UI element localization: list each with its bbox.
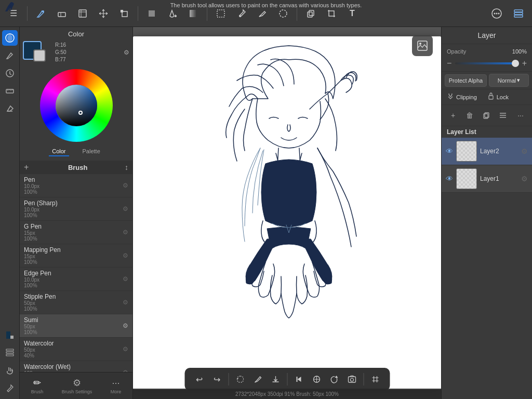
- brush-sort-icon[interactable]: ↕: [125, 163, 128, 171]
- move-tool-icon[interactable]: [94, 4, 113, 23]
- color-tab-color[interactable]: Color: [49, 147, 69, 156]
- layer-item-layer1[interactable]: 👁 Layer1 ⚙: [442, 165, 532, 193]
- brush-settings-tab[interactable]: ⚙ Brush Settings: [58, 375, 97, 396]
- sidebar-layers-icon[interactable]: [2, 345, 18, 361]
- brush-item-watercolor[interactable]: Watercolor 50px40% ⚙: [20, 338, 132, 361]
- pen-canvas-button[interactable]: [249, 371, 266, 388]
- brush-pen-sharp-settings[interactable]: ⚙: [123, 205, 128, 212]
- duplicate-layer-button[interactable]: [479, 108, 494, 123]
- brush-item-pen-sharp[interactable]: Pen (Sharp) 10.0px100% ⚙: [20, 197, 132, 221]
- color-settings-icon[interactable]: ⚙: [124, 49, 129, 56]
- drawing-canvas[interactable]: .sketch { stroke: #1a2a4a; fill: none; s…: [133, 36, 441, 390]
- share-icon[interactable]: [487, 4, 506, 23]
- svg-rect-36: [489, 96, 493, 99]
- undo-button[interactable]: ↩: [191, 371, 207, 388]
- layer1-settings-icon[interactable]: ⚙: [521, 175, 528, 183]
- protect-alpha-button[interactable]: Protect Alpha: [445, 74, 487, 87]
- crop-icon[interactable]: [322, 4, 341, 23]
- delete-layer-button[interactable]: 🗑: [462, 108, 477, 123]
- color-cursor: [78, 111, 83, 115]
- eyedropper-icon[interactable]: [232, 4, 251, 23]
- color-gradient-box[interactable]: [56, 85, 97, 126]
- layer-item-layer2[interactable]: 👁 Layer2 ⚙: [442, 138, 532, 165]
- opacity-plus-button[interactable]: +: [522, 59, 527, 68]
- svg-rect-25: [6, 331, 10, 336]
- capture-button[interactable]: [343, 371, 360, 388]
- fill-rect-icon[interactable]: [142, 4, 161, 23]
- sidebar-hand-icon[interactable]: [2, 363, 18, 378]
- clipping-button[interactable]: Clipping: [447, 92, 477, 101]
- sidebar-eraser-icon[interactable]: [2, 101, 18, 116]
- brush-stipple-pen-settings[interactable]: ⚙: [123, 299, 128, 306]
- brush-tab[interactable]: ✏ Brush: [27, 375, 48, 396]
- opacity-minus-button[interactable]: −: [447, 59, 451, 68]
- brush-item-pen[interactable]: Pen 10.0px100% ⚙: [20, 174, 132, 197]
- lasso-icon[interactable]: [274, 4, 292, 23]
- transform-icon[interactable]: [115, 4, 134, 23]
- status-text: 2732*2048px 350dpi 91% Brush: 50px 100%: [235, 391, 339, 397]
- layer-more-button[interactable]: ···: [513, 108, 528, 123]
- download-button[interactable]: [267, 371, 284, 388]
- svg-rect-19: [514, 10, 523, 12]
- lock-button[interactable]: Lock: [487, 92, 509, 101]
- selection-rect-icon[interactable]: [211, 4, 230, 23]
- brush-tool-icon[interactable]: [32, 4, 50, 23]
- symmetry-button[interactable]: [308, 371, 325, 388]
- color-b: B:77: [55, 56, 121, 63]
- layer-list-btn[interactable]: [496, 108, 510, 123]
- blend-mode-button[interactable]: Normal ▾: [489, 74, 529, 87]
- fill-icon[interactable]: [163, 4, 182, 23]
- pen-tool-icon[interactable]: [253, 4, 272, 23]
- lasso-tool-button[interactable]: [232, 371, 248, 388]
- layer2-settings-icon[interactable]: ⚙: [521, 147, 528, 155]
- main-area: Color R:16 G:50 B:77 ⚙: [0, 27, 532, 399]
- sidebar-history-icon[interactable]: [2, 65, 18, 81]
- brush-g-pen-settings[interactable]: ⚙: [123, 229, 128, 236]
- eraser-tool-icon[interactable]: [52, 4, 71, 23]
- brush-mapping-pen-settings[interactable]: ⚙: [123, 252, 128, 259]
- brush-item-g-pen[interactable]: G Pen 15px100% ⚙: [20, 221, 132, 244]
- prev-frame-button[interactable]: [290, 371, 307, 388]
- color-wheel[interactable]: [40, 69, 113, 142]
- grid-button[interactable]: [367, 371, 383, 388]
- brush-watercolor-settings[interactable]: ⚙: [123, 345, 128, 353]
- gradient-fill-icon[interactable]: [184, 4, 203, 23]
- more-tab[interactable]: ··· More: [107, 376, 126, 396]
- opacity-controls: − +: [442, 59, 532, 71]
- svg-rect-7: [190, 10, 197, 17]
- sidebar-color-swatch-icon[interactable]: [2, 327, 18, 343]
- brush-sumi-settings[interactable]: ⚙: [123, 322, 128, 329]
- add-layer-button[interactable]: +: [446, 108, 460, 123]
- brush-item-edge-pen[interactable]: Edge Pen 10.0px100% ⚙: [20, 268, 132, 291]
- brush-item-stipple-pen[interactable]: Stipple Pen 50px100% ⚙: [20, 291, 132, 314]
- status-bar: 2732*2048px 350dpi 91% Brush: 50px 100%: [133, 389, 441, 399]
- layers-panel-icon[interactable]: [509, 4, 528, 23]
- sidebar-ruler-icon[interactable]: [2, 83, 18, 99]
- secondary-color-swatch[interactable]: [33, 49, 46, 62]
- color-tab-palette[interactable]: Palette: [79, 147, 103, 156]
- layer1-visibility-icon[interactable]: 👁: [446, 175, 453, 183]
- color-gradient-dark: [56, 85, 97, 126]
- copy-stamp-icon[interactable]: [301, 4, 320, 23]
- brush-item-mapping-pen[interactable]: Mapping Pen 15px100% ⚙: [20, 244, 132, 268]
- sidebar-color-icon[interactable]: [2, 30, 18, 46]
- rotate-button[interactable]: [326, 371, 342, 388]
- sidebar-brush-icon[interactable]: [2, 48, 18, 63]
- brush-edge-pen-settings[interactable]: ⚙: [123, 275, 128, 283]
- brush-item-sumi[interactable]: Sumi 50px100% ⚙: [20, 314, 132, 338]
- canvas-svg: .sketch { stroke: #1a2a4a; fill: none; s…: [133, 36, 441, 390]
- sidebar-eyedropper2-icon[interactable]: [2, 380, 18, 396]
- brush-add-button[interactable]: +: [24, 163, 29, 172]
- brush-item-watercolor-wet[interactable]: Watercolor (Wet) 100px10% ⚙: [20, 361, 132, 372]
- gallery-button[interactable]: [412, 35, 433, 56]
- redo-button[interactable]: ↪: [208, 371, 225, 388]
- text-icon[interactable]: T: [343, 4, 362, 23]
- layer-panel-title: Layer: [442, 27, 532, 44]
- svg-point-30: [419, 43, 421, 45]
- brush-pen-settings[interactable]: ⚙: [123, 182, 128, 189]
- canvas-icon[interactable]: [73, 4, 92, 23]
- layer2-visibility-icon[interactable]: 👁: [446, 147, 453, 155]
- opacity-slider[interactable]: [455, 62, 518, 64]
- opacity-slider-thumb[interactable]: [512, 60, 519, 67]
- clipping-row: Clipping Lock: [442, 89, 532, 105]
